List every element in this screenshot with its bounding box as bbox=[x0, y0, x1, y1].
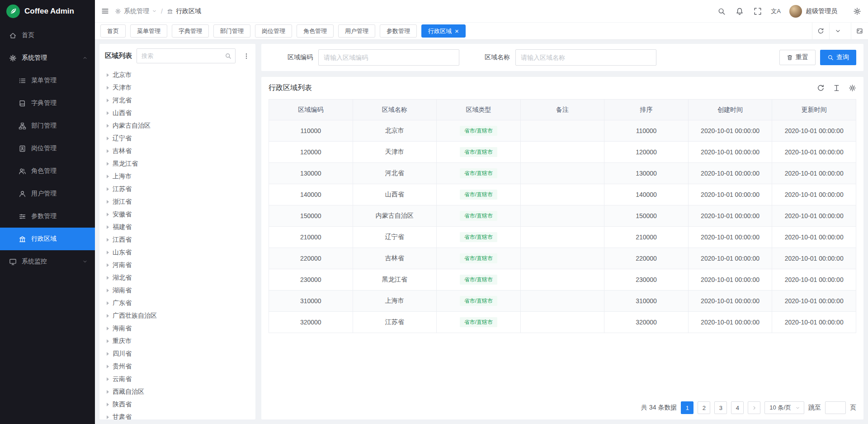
tree-item[interactable]: 重庆市 bbox=[103, 335, 255, 348]
tab[interactable]: 字典管理 bbox=[172, 24, 209, 38]
tree-item[interactable]: 陕西省 bbox=[103, 398, 255, 411]
sidebar-item-menu-mgmt[interactable]: 菜单管理 bbox=[0, 69, 95, 92]
user-menu[interactable]: 超级管理员 bbox=[785, 0, 842, 22]
page-size-select[interactable]: 10 条/页 bbox=[764, 401, 804, 414]
caret-right-icon[interactable] bbox=[107, 200, 109, 204]
notifications-button[interactable] bbox=[731, 0, 749, 22]
caret-right-icon[interactable] bbox=[107, 225, 109, 229]
search-icon[interactable] bbox=[225, 52, 231, 59]
page-button[interactable]: 2 bbox=[698, 401, 710, 414]
tab-close-icon[interactable]: × bbox=[455, 28, 459, 34]
caret-right-icon[interactable] bbox=[107, 339, 109, 343]
tree-item[interactable]: 天津市 bbox=[103, 81, 255, 94]
table-row[interactable]: 220000 吉林省 省市/直辖市 220000 2020-10-01 00:0… bbox=[269, 248, 856, 269]
region-name-input[interactable] bbox=[515, 49, 656, 66]
caret-right-icon[interactable] bbox=[107, 327, 109, 330]
tree-item[interactable]: 辽宁省 bbox=[103, 132, 255, 145]
sidebar-item-post-mgmt[interactable]: 岗位管理 bbox=[0, 137, 95, 160]
tree-item[interactable]: 河北省 bbox=[103, 94, 255, 107]
theme-settings-button[interactable] bbox=[848, 0, 866, 22]
tab[interactable]: 首页 bbox=[100, 24, 126, 38]
table-row[interactable]: 110000 北京市 省市/直辖市 110000 2020-10-01 00:0… bbox=[269, 120, 856, 142]
tab-refresh-button[interactable] bbox=[812, 23, 829, 39]
tree-item[interactable]: 内蒙古自治区 bbox=[103, 119, 255, 132]
tab[interactable]: 参数管理 bbox=[380, 24, 417, 38]
tree-item[interactable]: 湖南省 bbox=[103, 284, 255, 297]
caret-right-icon[interactable] bbox=[107, 365, 109, 368]
tree-item[interactable]: 广西壮族自治区 bbox=[103, 310, 255, 322]
tab[interactable]: 行政区域 × bbox=[421, 24, 466, 38]
table-row[interactable]: 230000 黑龙江省 省市/直辖市 230000 2020-10-01 00:… bbox=[269, 269, 856, 291]
global-search-button[interactable] bbox=[712, 0, 731, 22]
table-row[interactable]: 140000 山西省 省市/直辖市 140000 2020-10-01 00:0… bbox=[269, 184, 856, 205]
tab[interactable]: 用户管理 bbox=[338, 24, 375, 38]
tree-item[interactable]: 山西省 bbox=[103, 107, 255, 119]
table-row[interactable]: 120000 天津市 省市/直辖市 120000 2020-10-01 00:0… bbox=[269, 142, 856, 163]
table-row[interactable]: 320000 江苏省 省市/直辖市 320000 2020-10-01 00:0… bbox=[269, 312, 856, 333]
caret-right-icon[interactable] bbox=[107, 213, 109, 216]
caret-right-icon[interactable] bbox=[107, 403, 109, 406]
table-row[interactable]: 150000 内蒙古自治区 省市/直辖市 150000 2020-10-01 0… bbox=[269, 205, 856, 227]
sidebar-item-dept-mgmt[interactable]: 部门管理 bbox=[0, 114, 95, 137]
tree-item[interactable]: 上海市 bbox=[103, 170, 255, 183]
tab[interactable]: 部门管理 bbox=[213, 24, 250, 38]
caret-right-icon[interactable] bbox=[107, 99, 109, 102]
column-settings-button[interactable] bbox=[849, 84, 856, 92]
caret-right-icon[interactable] bbox=[107, 162, 109, 166]
sidebar-fold-button[interactable] bbox=[95, 0, 115, 22]
reset-button[interactable]: 重置 bbox=[779, 50, 816, 65]
content-fullscreen-button[interactable] bbox=[851, 23, 868, 39]
breadcrumb-parent[interactable]: 系统管理 bbox=[124, 7, 149, 15]
tree-item[interactable]: 安徽省 bbox=[103, 208, 255, 221]
page-button[interactable]: 4 bbox=[731, 401, 744, 414]
tree-item[interactable]: 湖北省 bbox=[103, 272, 255, 284]
tab-options-button[interactable] bbox=[829, 23, 846, 39]
caret-right-icon[interactable] bbox=[107, 301, 109, 305]
jump-page-input[interactable] bbox=[825, 401, 846, 414]
caret-right-icon[interactable] bbox=[107, 149, 109, 153]
table-row[interactable]: 310000 上海市 省市/直辖市 310000 2020-10-01 00:0… bbox=[269, 291, 856, 312]
tree-item[interactable]: 甘肃省 bbox=[103, 411, 255, 419]
sidebar-item-dict-mgmt[interactable]: 字典管理 bbox=[0, 92, 95, 114]
page-button[interactable]: 1 bbox=[681, 401, 693, 414]
caret-right-icon[interactable] bbox=[107, 111, 109, 115]
sidebar-item-region[interactable]: 行政区域 bbox=[0, 228, 95, 250]
caret-right-icon[interactable] bbox=[107, 137, 109, 140]
tab[interactable]: 岗位管理 bbox=[255, 24, 292, 38]
sidebar-group-monitor[interactable]: 系统监控 bbox=[0, 250, 95, 273]
row-height-button[interactable] bbox=[833, 84, 840, 92]
sidebar-group-system[interactable]: 系统管理 bbox=[0, 47, 95, 69]
table-refresh-button[interactable] bbox=[817, 84, 825, 92]
next-page-button[interactable] bbox=[748, 401, 760, 414]
app-logo[interactable]: Coffee Admin bbox=[0, 0, 95, 22]
caret-right-icon[interactable] bbox=[107, 175, 109, 178]
locale-switch-button[interactable]: 文A bbox=[767, 0, 785, 22]
caret-right-icon[interactable] bbox=[107, 390, 109, 394]
caret-right-icon[interactable] bbox=[107, 124, 109, 128]
query-button[interactable]: 查询 bbox=[820, 50, 856, 65]
sidebar-item-home[interactable]: 首页 bbox=[0, 24, 95, 47]
caret-right-icon[interactable] bbox=[107, 352, 109, 356]
caret-right-icon[interactable] bbox=[107, 415, 109, 419]
sidebar-item-param-mgmt[interactable]: 参数管理 bbox=[0, 205, 95, 228]
tree-item[interactable]: 广东省 bbox=[103, 297, 255, 310]
caret-right-icon[interactable] bbox=[107, 187, 109, 191]
table-row[interactable]: 210000 辽宁省 省市/直辖市 210000 2020-10-01 00:0… bbox=[269, 227, 856, 248]
tree-more-button[interactable] bbox=[240, 50, 253, 62]
tree-item[interactable]: 浙江省 bbox=[103, 195, 255, 208]
tree-item[interactable]: 黑龙江省 bbox=[103, 157, 255, 170]
caret-right-icon[interactable] bbox=[107, 73, 109, 77]
tree-item[interactable]: 吉林省 bbox=[103, 145, 255, 157]
tree-item[interactable]: 福建省 bbox=[103, 221, 255, 233]
caret-right-icon[interactable] bbox=[107, 289, 109, 292]
region-code-input[interactable] bbox=[318, 49, 459, 66]
tree-item[interactable]: 北京市 bbox=[103, 69, 255, 81]
caret-right-icon[interactable] bbox=[107, 377, 109, 381]
sidebar-item-role-mgmt[interactable]: 角色管理 bbox=[0, 160, 95, 182]
tree-item[interactable]: 江苏省 bbox=[103, 183, 255, 195]
tab[interactable]: 角色管理 bbox=[297, 24, 334, 38]
tree-item[interactable]: 海南省 bbox=[103, 322, 255, 335]
fullscreen-button[interactable] bbox=[749, 0, 767, 22]
tree-item[interactable]: 贵州省 bbox=[103, 360, 255, 373]
tree-item[interactable]: 四川省 bbox=[103, 348, 255, 360]
